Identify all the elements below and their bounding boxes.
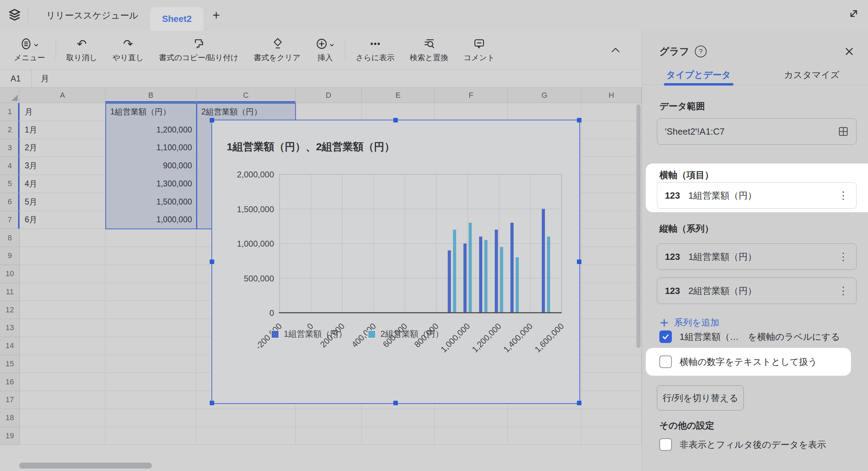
cell-A13[interactable] [20,319,105,337]
chart-resize-handle[interactable] [210,260,214,264]
cell-H10[interactable] [581,265,642,283]
axis-field-1組営業額（円）[interactable]: 1231組営業額（円）⋮ [657,182,857,209]
cell-H1[interactable] [581,103,642,121]
kebab-menu-icon[interactable]: ⋮ [838,286,849,296]
cell-D19[interactable] [296,427,362,445]
select-all-corner[interactable] [0,88,20,103]
swap-rows-columns-button[interactable]: 行/列を切り替える [657,385,744,410]
cell-F1[interactable] [435,103,508,121]
cell-E19[interactable] [362,427,435,445]
close-icon[interactable] [844,46,854,57]
row-header-18[interactable]: 18 [0,409,20,427]
cell-H2[interactable] [581,121,642,139]
checkbox-checked-icon[interactable] [659,330,672,343]
column-header-B[interactable]: B [105,88,196,103]
cell-B2[interactable]: 1,200,000 [105,121,196,139]
row-header-10[interactable]: 10 [0,265,20,283]
cell-A10[interactable] [20,265,105,283]
chart-resize-handle[interactable] [210,401,214,405]
toolbar-redo-button[interactable]: ↷やり直し [105,31,152,69]
cell-H18[interactable] [581,409,642,427]
help-icon[interactable]: ? [695,46,707,57]
cell-H17[interactable] [581,391,642,409]
axis-field-2組営業額（円）[interactable]: 1232組営業額（円）⋮ [657,278,857,304]
checkbox-row-axis-label[interactable]: 1組営業額（… を横軸のラベルにする [659,330,840,343]
chart-resize-handle[interactable] [577,401,581,405]
data-range-field[interactable]: 'Sheet2'!A1:C7 [657,118,857,145]
cell-B11[interactable] [105,283,196,301]
row-header-4[interactable]: 4 [0,157,20,175]
add-series-link[interactable]: 系列を追加 [659,317,720,329]
app-logo-layers-icon[interactable] [8,8,22,22]
cell-A19[interactable] [20,427,105,445]
cell-C19[interactable] [196,427,296,445]
kebab-menu-icon[interactable]: ⋮ [838,190,849,201]
cell-B12[interactable] [105,301,196,319]
cell-G19[interactable] [508,427,581,445]
cell-B15[interactable] [105,355,196,373]
cell-B6[interactable]: 1,500,000 [105,193,196,211]
cell-H6[interactable] [581,193,642,211]
cell-C18[interactable] [196,409,296,427]
row-header-6[interactable]: 6 [0,193,20,211]
vertical-scrollbar[interactable] [636,104,641,348]
row-header-12[interactable]: 12 [0,301,20,319]
panel-tab-タイプとデータ[interactable]: タイプとデータ [642,65,755,85]
cell-H5[interactable] [581,175,642,193]
toolbar-comment-button[interactable]: コメント [456,31,503,69]
toolbar-format-painter-button[interactable]: 書式のコピー/貼り付け [151,31,246,69]
toolbar-undo-button[interactable]: ↶取り消し [59,31,105,69]
cell-A8[interactable] [20,229,105,247]
cell-A4[interactable]: 3月 [20,157,105,175]
cell-H13[interactable] [581,319,642,337]
toolbar-find-replace-button[interactable]: 検索と置換 [402,31,456,69]
cell-E1[interactable] [362,103,435,121]
formula-input[interactable]: 月 [32,73,49,84]
column-header-H[interactable]: H [581,88,642,103]
cell-A3[interactable]: 2月 [20,139,105,157]
row-header-2[interactable]: 2 [0,121,20,139]
chart-resize-handle[interactable] [577,260,581,264]
cell-A11[interactable] [20,283,105,301]
cell-H14[interactable] [581,337,642,355]
sheet-tab-Sheet2[interactable]: Sheet2 [150,7,203,31]
cell-D18[interactable] [296,409,362,427]
add-sheet-button[interactable]: + [203,9,229,22]
cell-F18[interactable] [435,409,508,427]
cell-H7[interactable] [581,211,642,229]
cell-A18[interactable] [20,409,105,427]
cell-G18[interactable] [508,409,581,427]
row-header-17[interactable]: 17 [0,391,20,409]
row-header-8[interactable]: 8 [0,229,20,247]
kebab-menu-icon[interactable]: ⋮ [838,252,849,262]
cell-A16[interactable] [20,373,105,391]
cell-D1[interactable] [296,103,362,121]
cell-B19[interactable] [105,427,196,445]
toolbar-clear-format-button[interactable]: 書式をクリア [246,31,308,69]
select-range-grid-icon[interactable] [838,126,849,137]
row-header-7[interactable]: 7 [0,211,20,229]
column-header-F[interactable]: F [435,88,508,103]
chart-overlay[interactable]: 1組営業額（円）、2組営業額（円）0500,0001,000,0001,500,… [211,120,580,404]
row-header-5[interactable]: 5 [0,175,20,193]
row-header-14[interactable]: 14 [0,337,20,355]
expand-icon[interactable] [849,8,859,19]
cell-H8[interactable] [581,229,642,247]
cell-H12[interactable] [581,301,642,319]
column-header-A[interactable]: A [20,88,105,103]
chart-resize-handle[interactable] [210,118,214,122]
cell-A2[interactable]: 1月 [20,121,105,139]
cell-H4[interactable] [581,157,642,175]
cell-B5[interactable]: 1,300,000 [105,175,196,193]
cell-B10[interactable] [105,265,196,283]
sheet-tab-リリーススケジュール[interactable]: リリーススケジュール [34,0,150,31]
checkbox-row-hidden-data[interactable]: 非表示とフィルタ後のデータを表示 [659,438,826,451]
cell-B13[interactable] [105,319,196,337]
cell-A14[interactable] [20,337,105,355]
cell-B1[interactable]: 1組営業額（円） [105,103,196,121]
chart-resize-handle[interactable] [393,118,398,122]
cell-G1[interactable] [508,103,581,121]
cell-H15[interactable] [581,355,642,373]
toolbar-insert-button[interactable]: 挿入 [308,31,342,69]
cell-H19[interactable] [581,427,642,445]
